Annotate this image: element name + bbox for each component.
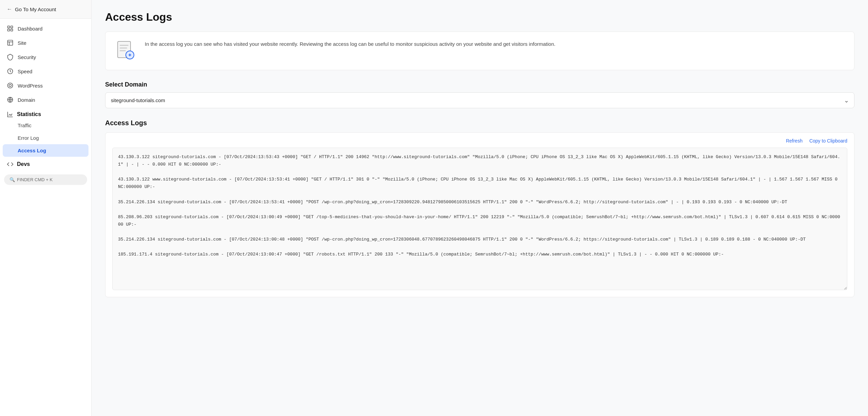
sidebar-item-speed[interactable]: Speed [0, 64, 91, 78]
finder-cmd-bar[interactable]: 🔍 FINDER CMD + K [4, 174, 87, 185]
site-icon [7, 39, 14, 46]
sidebar-item-domain-label: Domain [18, 97, 35, 103]
svg-rect-1 [11, 26, 13, 28]
sidebar-item-speed-label: Speed [18, 69, 32, 74]
traffic-label: Traffic [18, 122, 32, 128]
svg-rect-14 [120, 48, 127, 49]
copy-to-clipboard-button[interactable]: Copy to Clipboard [809, 138, 847, 144]
statistics-icon [7, 111, 14, 118]
devs-label: Devs [17, 161, 30, 167]
logs-container: Refresh Copy to Clipboard [105, 132, 854, 297]
info-box: In the access log you can see who has vi… [105, 32, 854, 70]
devs-icon [7, 161, 14, 168]
statistics-label: Statistics [17, 111, 41, 117]
security-icon [7, 54, 14, 60]
sidebar-item-wordpress-label: WordPress [18, 83, 43, 89]
main-content: Access Logs In the access log you can se… [92, 0, 868, 416]
finder-cmd-icon: 🔍 [9, 177, 15, 182]
svg-point-9 [9, 84, 12, 87]
wordpress-icon [7, 82, 14, 89]
domain-select[interactable]: siteground-tutorials.com [105, 92, 854, 108]
sidebar-sub-item-access-log[interactable]: Access Log [3, 144, 88, 157]
svg-point-8 [8, 83, 13, 88]
sidebar-statistics-section[interactable]: Statistics [0, 107, 91, 119]
sidebar: ← Go To My Account Dashboard Site Securi… [0, 0, 92, 416]
sidebar-item-security[interactable]: Security [0, 50, 91, 64]
logs-textarea[interactable] [112, 148, 847, 290]
sidebar-item-domain[interactable]: Domain [0, 93, 91, 107]
domain-select-wrapper: siteground-tutorials.com ⌄ [105, 92, 854, 108]
go-to-account-link[interactable]: ← Go To My Account [0, 0, 91, 19]
access-log-label: Access Log [18, 148, 46, 153]
arrow-left-icon: ← [7, 6, 12, 12]
svg-rect-0 [8, 26, 10, 28]
finder-cmd-label: FINDER CMD + K [17, 177, 53, 182]
sidebar-item-site-label: Site [18, 40, 26, 46]
sidebar-item-wordpress[interactable]: WordPress [0, 78, 91, 93]
sidebar-item-dashboard-label: Dashboard [18, 26, 42, 32]
sidebar-sub-item-traffic[interactable]: Traffic [0, 119, 91, 132]
access-log-illustration-icon [115, 40, 137, 62]
sidebar-item-site[interactable]: Site [0, 36, 91, 50]
svg-rect-4 [8, 40, 13, 45]
info-box-text: In the access log you can see who has vi… [145, 40, 555, 48]
page-title: Access Logs [105, 11, 854, 23]
grid-icon [7, 25, 14, 32]
error-log-label: Error Log [18, 135, 39, 141]
speed-icon [7, 68, 14, 75]
svg-rect-15 [120, 50, 126, 51]
select-domain-label: Select Domain [105, 81, 854, 88]
svg-rect-2 [8, 29, 10, 31]
sidebar-sub-item-error-log[interactable]: Error Log [0, 132, 91, 144]
go-to-account-label: Go To My Account [15, 6, 56, 12]
sidebar-item-dashboard[interactable]: Dashboard [0, 21, 91, 36]
sidebar-nav: Dashboard Site Security Speed [0, 19, 91, 190]
sidebar-item-security-label: Security [18, 54, 36, 60]
access-logs-section-label: Access Logs [105, 119, 854, 127]
logs-actions: Refresh Copy to Clipboard [112, 138, 847, 144]
svg-rect-3 [11, 29, 13, 31]
domain-icon [7, 96, 14, 103]
refresh-button[interactable]: Refresh [786, 138, 803, 144]
svg-rect-13 [120, 45, 129, 46]
sidebar-item-devs[interactable]: Devs [0, 157, 91, 172]
